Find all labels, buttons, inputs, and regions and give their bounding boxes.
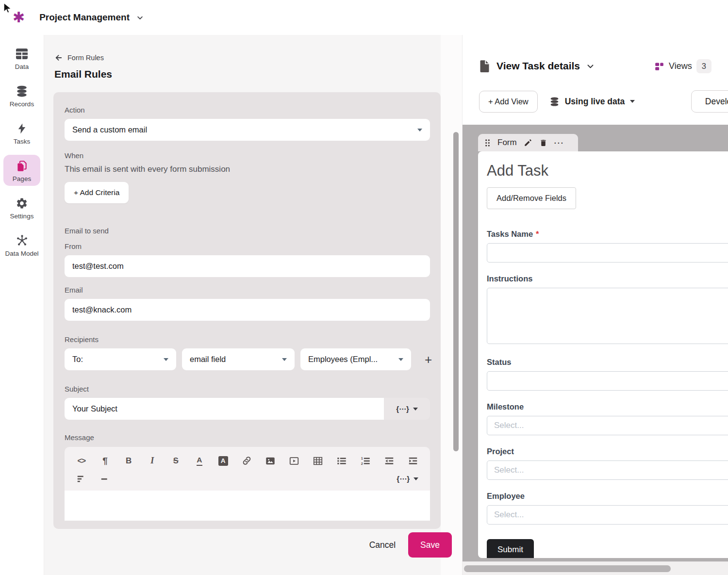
when-label: When <box>65 151 430 160</box>
instructions-textarea[interactable] <box>487 288 728 344</box>
message-label: Message <box>65 433 430 442</box>
align-left-icon[interactable] <box>76 473 87 485</box>
caret-down-icon <box>417 129 422 131</box>
app-title[interactable]: Project Management <box>39 12 130 23</box>
recipient-field-select[interactable]: Employees (Empl... <box>300 348 411 370</box>
code-icon[interactable]: <> <box>76 455 87 467</box>
develop-button[interactable]: Develop <box>691 90 728 113</box>
action-select[interactable]: Send a custom email <box>65 119 430 141</box>
numbered-list-icon[interactable]: 12 <box>360 455 371 467</box>
edit-pencil-icon[interactable] <box>524 138 532 147</box>
back-arrow-icon <box>54 53 63 62</box>
link-icon[interactable] <box>241 455 252 467</box>
tasks-name-input[interactable] <box>487 243 728 263</box>
highlight-icon[interactable]: A <box>218 455 229 467</box>
project-select[interactable]: Select... <box>487 460 728 480</box>
sidebar-item-pages[interactable]: Pages <box>3 155 40 186</box>
views-group[interactable]: Views 3 <box>654 56 711 76</box>
outdent-icon[interactable] <box>384 455 395 467</box>
select-placeholder: Select... <box>494 421 524 430</box>
horizontal-scrollbar[interactable] <box>464 565 671 572</box>
chevron-down-icon[interactable] <box>586 62 595 70</box>
field-label-text: Status <box>487 358 511 367</box>
caret-down-icon <box>630 100 635 103</box>
chevron-down-icon[interactable] <box>136 14 144 21</box>
preview-field-milestone: MilestoneSelect... <box>487 402 728 435</box>
milestone-select[interactable]: Select... <box>487 416 728 435</box>
live-data-label: Using live data <box>565 97 625 107</box>
email-label: Email <box>65 286 430 294</box>
preview-field-project: ProjectSelect... <box>487 447 728 480</box>
field-label: Employee <box>487 492 728 501</box>
recipient-selects: To:email fieldEmployees (Empl... <box>65 348 411 370</box>
page-title: Email Rules <box>54 68 112 80</box>
views-icon <box>654 61 664 71</box>
employee-select[interactable]: Select... <box>487 505 728 525</box>
ellipsis-menu-icon[interactable]: ··· <box>554 139 564 147</box>
subject-merge-fields-button[interactable]: {⋯} <box>384 398 430 420</box>
preview-header: View Task details Views 3 <box>479 56 728 76</box>
trash-icon[interactable] <box>539 138 547 148</box>
horizontal-rule-icon[interactable] <box>100 473 111 485</box>
sidebar-item-label: Data Model <box>5 250 38 257</box>
sidebar-item-settings[interactable]: Settings <box>3 192 40 223</box>
add-remove-fields-button[interactable]: Add/Remove Fields <box>487 187 576 209</box>
add-recipient-button[interactable]: + <box>423 353 434 366</box>
preview-field-tasks-name: Tasks Name* <box>487 230 728 263</box>
message-merge-fields-button[interactable]: {⋯} <box>397 475 418 483</box>
recipients-row: To:email fieldEmployees (Empl... + <box>65 348 430 370</box>
status-input[interactable] <box>487 371 728 391</box>
italic-icon[interactable]: I <box>147 455 158 467</box>
field-label-text: Employee <box>487 492 525 501</box>
email-to-send-label: Email to send <box>65 227 430 235</box>
submit-button[interactable]: Submit <box>487 539 534 558</box>
required-asterisk: * <box>536 230 539 239</box>
bulleted-list-icon[interactable] <box>336 455 347 467</box>
subject-input[interactable] <box>65 398 384 420</box>
add-criteria-button[interactable]: + Add Criteria <box>65 182 129 203</box>
sidebar-item-label: Data <box>15 63 29 70</box>
save-button[interactable]: Save <box>408 532 452 558</box>
gear-icon <box>16 197 28 210</box>
text-color-icon[interactable]: A <box>194 455 205 467</box>
caret-down-icon <box>164 358 168 361</box>
when-description: This email is sent with every form submi… <box>65 164 430 174</box>
sidebar-item-data-model[interactable]: Data Model <box>3 230 40 261</box>
form-widget-tab[interactable]: Form ··· <box>478 134 578 151</box>
sidebar-item-data[interactable]: Data <box>3 43 40 74</box>
field-label-text: Milestone <box>487 402 524 411</box>
merge-fields-icon: {⋯} <box>396 405 409 413</box>
recipient-type-select[interactable]: To: <box>65 348 176 370</box>
sidebar-item-records[interactable]: Records <box>3 80 40 111</box>
field-label: Tasks Name* <box>487 230 728 239</box>
select-value: email field <box>190 355 226 364</box>
image-icon[interactable] <box>265 455 276 467</box>
add-view-button[interactable]: + Add View <box>479 91 538 113</box>
email-input[interactable] <box>65 299 430 321</box>
from-input[interactable] <box>65 255 430 277</box>
sidebar-item-label: Records <box>10 100 34 108</box>
cancel-button[interactable]: Cancel <box>366 540 398 551</box>
action-label: Action <box>65 106 430 114</box>
bold-icon[interactable]: B <box>123 455 134 467</box>
preview-page-title[interactable]: View Task details <box>496 60 580 72</box>
preview-toolbar: + Add View Using live data Develop <box>479 90 728 113</box>
breadcrumb[interactable]: Form Rules <box>54 53 104 62</box>
knack-logo-icon: ✱ <box>13 10 25 25</box>
recipient-source-select[interactable]: email field <box>182 348 295 370</box>
strikethrough-icon[interactable]: S <box>171 455 182 467</box>
video-icon[interactable] <box>289 455 299 467</box>
scroll-gutter <box>441 35 462 575</box>
paragraph-icon[interactable]: ¶ <box>100 455 111 467</box>
live-data-select[interactable]: Using live data <box>549 97 635 107</box>
indent-icon[interactable] <box>408 455 418 467</box>
select-value: To: <box>72 355 83 364</box>
drag-handle-icon[interactable] <box>484 139 491 147</box>
table-grid-icon[interactable] <box>313 455 323 467</box>
views-count-badge: 3 <box>696 59 711 73</box>
field-label: Project <box>487 447 728 456</box>
message-body-input[interactable] <box>65 491 430 521</box>
sidebar-item-tasks[interactable]: Tasks <box>3 117 40 148</box>
vertical-scrollbar[interactable] <box>453 132 459 451</box>
database-icon <box>549 97 560 107</box>
